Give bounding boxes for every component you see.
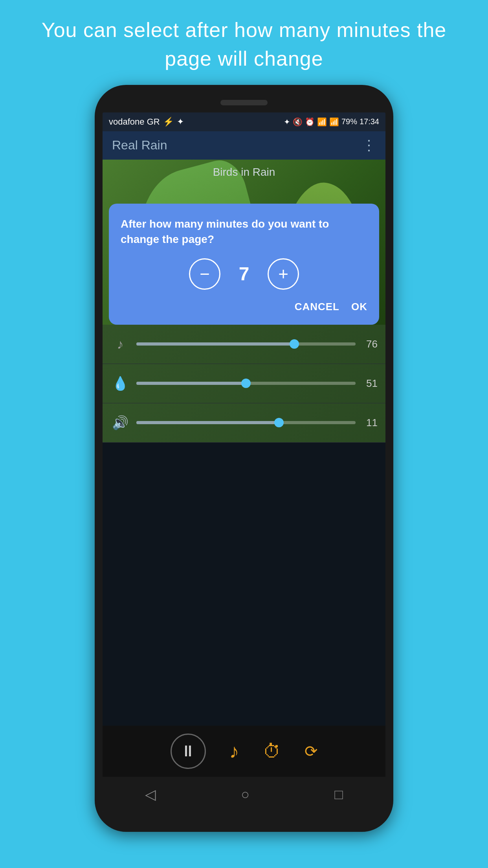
pause-button[interactable]: ⏸ (171, 734, 206, 769)
rain-slider[interactable] (136, 382, 356, 385)
phone-device: vodafone GR ⚡ ✦ ✦ 🔇 ⏰ 📶 📶 79% 17:34 Real… (95, 85, 393, 832)
rain-slider-icon: 💧 (110, 375, 130, 391)
music-slider-icon: ♪ (110, 337, 130, 352)
carrier-text: vodafone GR (109, 117, 160, 127)
mute-icon: 🔇 (293, 117, 303, 127)
music-icon[interactable]: ♪ (229, 740, 239, 763)
repeat-button[interactable]: ⟳ (305, 742, 318, 760)
menu-button[interactable]: ⋮ (362, 137, 376, 154)
app-title: Real Rain (112, 138, 167, 153)
ok-button[interactable]: OK (351, 301, 367, 313)
volume-slider-icon: 🔊 (110, 415, 130, 430)
charge-icon: ⚡ (163, 117, 174, 127)
volume-slider-fill (136, 421, 279, 424)
music-slider-row: ♪ 76 (103, 325, 385, 364)
timer-button[interactable]: ⏱ (263, 741, 281, 762)
dialog-overlay: After how many minutes do you want to ch… (103, 204, 385, 324)
volume-slider[interactable] (136, 421, 356, 424)
cancel-button[interactable]: CANCEL (295, 301, 339, 313)
home-button[interactable]: ○ (241, 786, 250, 803)
music-slider[interactable] (136, 342, 356, 346)
phone-top-bar (103, 93, 385, 112)
wifi-icon: 📶 (317, 117, 327, 127)
decrement-button[interactable]: − (189, 258, 220, 290)
volume-slider-thumb (274, 418, 284, 427)
phone-screen: vodafone GR ⚡ ✦ ✦ 🔇 ⏰ 📶 📶 79% 17:34 Real… (103, 112, 385, 812)
status-left: vodafone GR ⚡ ✦ (109, 117, 184, 127)
pause-icon: ⏸ (180, 742, 196, 760)
dialog-actions: CANCEL OK (121, 301, 367, 317)
dialog-controls: − 7 + (121, 258, 367, 290)
increment-button[interactable]: + (268, 258, 299, 290)
volume-slider-value: 11 (362, 417, 378, 429)
rain-slider-value: 51 (362, 377, 378, 390)
dialog-box: After how many minutes do you want to ch… (109, 204, 379, 324)
sliders-area: ♪ 76 💧 51 (103, 325, 385, 726)
battery-text: 79% (341, 117, 357, 126)
nav-bar: ◁ ○ □ (103, 777, 385, 812)
video-area: Birds in Rain 00:04:00 After how many mi… (103, 160, 385, 325)
music-slider-value: 76 (362, 338, 378, 350)
back-button[interactable]: ◁ (145, 786, 156, 803)
bottom-controls: ⏸ ♪ ⏱ ⟳ (103, 726, 385, 777)
dialog-value: 7 (236, 263, 252, 285)
instruction-text: You can select after how many minutes th… (0, 0, 488, 85)
signal-icon: 📶 (329, 117, 339, 127)
recent-button[interactable]: □ (334, 786, 343, 803)
music-slider-thumb (290, 339, 299, 349)
track-title: Birds in Rain (103, 166, 385, 178)
status-bar: vodafone GR ⚡ ✦ ✦ 🔇 ⏰ 📶 📶 79% 17:34 (103, 112, 385, 131)
app-header: Real Rain ⋮ (103, 131, 385, 160)
alarm-icon: ⏰ (305, 117, 315, 127)
time-text: 17:34 (360, 117, 379, 126)
rain-slider-fill (136, 382, 246, 385)
rain-slider-thumb (241, 379, 251, 388)
volume-slider-row: 🔊 11 (103, 403, 385, 443)
dialog-question: After how many minutes do you want to ch… (121, 216, 367, 247)
phone-speaker (220, 100, 268, 105)
status-right: ✦ 🔇 ⏰ 📶 📶 79% 17:34 (284, 117, 379, 127)
music-slider-fill (136, 342, 294, 346)
rain-slider-row: 💧 51 (103, 364, 385, 403)
usb-icon: ✦ (177, 117, 184, 127)
bluetooth-icon: ✦ (284, 117, 290, 127)
